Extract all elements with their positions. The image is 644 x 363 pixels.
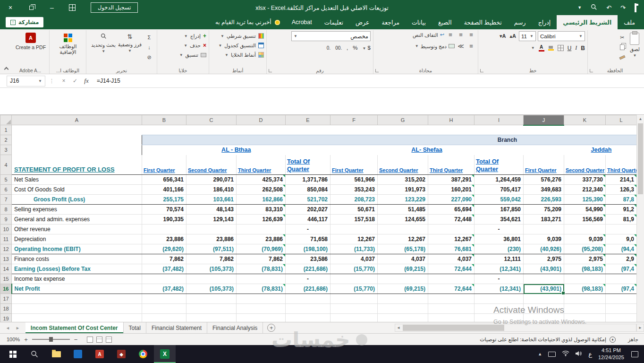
enter-icon[interactable]: ✓: [69, 78, 81, 84]
underline-button[interactable]: U: [568, 45, 572, 52]
number-dialog-launcher[interactable]: [269, 69, 272, 72]
cell-D6[interactable]: 262,508: [237, 185, 286, 195]
cell-C7[interactable]: 103,661: [186, 195, 237, 205]
cell-H14[interactable]: 72,644: [428, 264, 475, 274]
row-header-14[interactable]: 14: [0, 264, 12, 274]
cell-I10[interactable]: -: [475, 225, 524, 234]
cell-I9[interactable]: 354,621: [475, 215, 524, 225]
delete-cells-button[interactable]: × حذف ▼: [160, 41, 206, 50]
row-header-8[interactable]: 8: [0, 205, 12, 215]
cell-D11[interactable]: 23,886: [237, 234, 286, 244]
page-break-view-icon[interactable]: [87, 337, 93, 343]
row-header-10[interactable]: 10: [0, 225, 12, 234]
cell-H11[interactable]: 12,267: [428, 234, 475, 244]
empty-cell[interactable]: [606, 314, 637, 322]
insert-function-icon[interactable]: fx: [81, 77, 92, 85]
row-header-12[interactable]: 12: [0, 244, 12, 254]
cell-D9[interactable]: 126,639: [237, 215, 286, 225]
sheet-tab-income-statement[interactable]: Incom Statement Of Cost Center: [25, 322, 124, 333]
cell-I4[interactable]: Total Of Quarter: [475, 155, 524, 175]
chevron-down-icon[interactable]: ▼: [577, 5, 582, 10]
taskbar-app-red-2[interactable]: ◆: [110, 345, 132, 363]
cell-F10[interactable]: [330, 225, 378, 234]
empty-cell[interactable]: [378, 314, 428, 322]
col-header-K[interactable]: K: [564, 115, 606, 125]
cell-I15[interactable]: -: [475, 274, 524, 284]
sheet-tab-total[interactable]: Total: [124, 322, 146, 333]
fill-color-button[interactable]: [548, 46, 554, 51]
cell-J13[interactable]: 2,975: [524, 254, 564, 264]
cell-H8[interactable]: 65,694: [428, 205, 475, 215]
cell-branch-shefaa[interactable]: AL- Shefaa: [330, 145, 524, 155]
col-header-L[interactable]: L: [606, 115, 637, 125]
cell-E8[interactable]: 202,027: [286, 205, 330, 215]
comma-button[interactable]: ,: [347, 45, 348, 51]
accounting-format-button[interactable]: $ ▼: [362, 45, 371, 51]
addins-button[interactable]: الوظائف الإضافية: [52, 31, 84, 55]
insert-cells-button[interactable]: + إدراج ▼: [160, 31, 206, 41]
cell-K13[interactable]: 2,975: [564, 254, 606, 264]
cell-K14[interactable]: (98,183): [564, 264, 606, 274]
cell-I11[interactable]: 36,801: [475, 234, 524, 244]
cell-H5[interactable]: 387,291: [428, 175, 475, 185]
accessibility-status[interactable]: ♦ إمكانية الوصول لذوي الاحتياجات الخاصة:…: [480, 337, 616, 343]
cell-E11[interactable]: 71,658: [286, 234, 330, 244]
row-header-3[interactable]: 3: [0, 145, 12, 155]
cell-C8[interactable]: 48,143: [186, 205, 237, 215]
cell-F14[interactable]: (15,770): [330, 264, 378, 274]
tab-draw[interactable]: رسم: [508, 15, 532, 29]
close-button[interactable]: ×: [0, 0, 21, 15]
cell-A11[interactable]: Depreciation: [12, 234, 142, 244]
share-button[interactable]: ↑ مشاركة: [6, 17, 43, 27]
cell-B14[interactable]: (37,482): [142, 264, 186, 274]
cell-C6[interactable]: 186,410: [186, 185, 237, 195]
empty-cell[interactable]: [564, 304, 606, 314]
format-as-table-button[interactable]: التنسيق كجدول ▼: [212, 41, 264, 50]
row-header-19[interactable]: 19: [0, 314, 12, 322]
cell-I13[interactable]: 12,111: [475, 254, 524, 264]
cell-A16[interactable]: Net Profit: [12, 284, 142, 294]
empty-cell[interactable]: [606, 304, 637, 314]
cell-C12[interactable]: (97,511): [186, 244, 237, 254]
cell-L8[interactable]: 91,2: [606, 205, 637, 215]
cell-A15[interactable]: Income tax expense: [12, 274, 142, 284]
cell-H12[interactable]: 76,681: [428, 244, 475, 254]
vertical-align-icon[interactable]: ≡: [467, 43, 475, 50]
sort-filter-button[interactable]: ⇅ فرز وتصفية ▼: [118, 31, 142, 53]
redo-icon[interactable]: ↷: [620, 4, 626, 11]
empty-cell[interactable]: [428, 304, 475, 314]
cell-F15[interactable]: [330, 274, 378, 284]
cell-B6[interactable]: 401,166: [142, 185, 186, 195]
taskbar-search-button[interactable]: [24, 345, 45, 363]
cell-L16[interactable]: (97,4: [606, 284, 637, 294]
cell-G5[interactable]: 315,202: [378, 175, 428, 185]
font-color-button[interactable]: A: [539, 45, 544, 52]
row-header-13[interactable]: 13: [0, 254, 12, 264]
file-explorer-button[interactable]: [45, 345, 67, 363]
row-header-11[interactable]: 11: [0, 234, 12, 244]
cell-B10[interactable]: [142, 225, 186, 234]
zoom-slider-thumb[interactable]: [49, 337, 53, 342]
font-dialog-launcher[interactable]: [480, 69, 483, 72]
cell-A3[interactable]: [12, 145, 142, 155]
cell-A8[interactable]: Selling expenses: [12, 205, 142, 215]
empty-cell[interactable]: [475, 294, 524, 304]
cell-C10[interactable]: [186, 225, 237, 234]
autosum-button[interactable]: Σ: [144, 33, 154, 42]
font-more-arrow[interactable]: ▼: [531, 46, 535, 50]
cell-B9[interactable]: 190,335: [142, 215, 186, 225]
cell-F12[interactable]: (11,733): [330, 244, 378, 254]
vertical-scroll-thumb[interactable]: [638, 123, 643, 194]
clipboard-dialog-launcher[interactable]: [590, 69, 593, 72]
empty-cell[interactable]: [286, 294, 330, 304]
cell-B11[interactable]: 23,886: [142, 234, 186, 244]
cell-A4[interactable]: STATEMENT OF PROFIT OR LOSS: [12, 155, 142, 175]
cell-F16[interactable]: (15,770): [330, 284, 378, 294]
tab-help[interactable]: تعليمات: [318, 15, 349, 29]
normal-view-icon[interactable]: [106, 337, 112, 343]
empty-cell[interactable]: [378, 294, 428, 304]
zoom-slider[interactable]: [32, 339, 70, 340]
cell-G16[interactable]: (69,215): [378, 284, 428, 294]
cell-D7[interactable]: 162,866: [237, 195, 286, 205]
horizontal-scroll-thumb[interactable]: [403, 325, 504, 331]
